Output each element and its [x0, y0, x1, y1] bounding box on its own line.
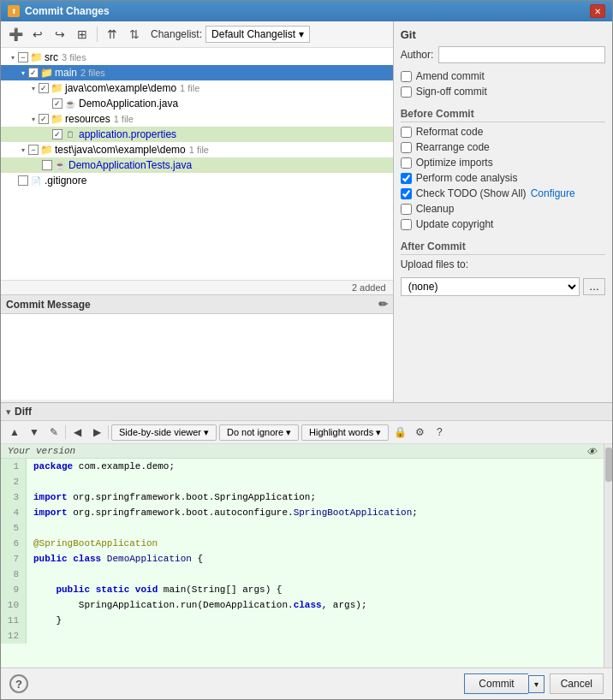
code-line-3: 3 import org.springframework.boot.Spring…: [1, 489, 604, 505]
file-tree: ▾ 📁 src 3 files ▾ 📁 main 2 files: [1, 48, 393, 280]
cleanup-row: Cleanup: [401, 203, 605, 215]
line-num-8: 8: [1, 567, 27, 582]
code-line-1: 1 package com.example.demo;: [1, 459, 604, 474]
line-content-4: import org.springframework.boot.autoconf…: [27, 505, 418, 520]
check-todo-row: Check TODO (Show All) Configure: [401, 187, 605, 199]
perform-checkbox[interactable]: [401, 173, 412, 184]
app-props-checkbox[interactable]: [52, 129, 62, 139]
diff-up-icon[interactable]: ▲: [6, 424, 23, 441]
settings-icon[interactable]: ⚙: [411, 424, 428, 441]
highlight-dropdown[interactable]: Highlight words ▾: [301, 424, 389, 441]
tree-item-test[interactable]: ▾ 📁 test\java\com\example\demo 1 file: [1, 142, 393, 157]
src-count: 3 files: [62, 52, 86, 62]
resources-checkbox[interactable]: [39, 114, 49, 124]
redo-button[interactable]: ↪: [51, 25, 69, 44]
close-button[interactable]: ✕: [590, 4, 605, 18]
test-folder-icon: 📁: [40, 145, 52, 155]
author-input[interactable]: [438, 46, 605, 63]
configure-link[interactable]: Configure: [531, 187, 575, 199]
commit-message-input[interactable]: [1, 314, 393, 400]
add-button[interactable]: ➕: [6, 25, 25, 44]
reformat-checkbox[interactable]: [401, 127, 412, 138]
tree-item-demo-app[interactable]: ▾ ☕ DemoApplication.java: [1, 96, 393, 111]
signoff-commit-label: Sign-off commit: [416, 86, 487, 98]
diff-header: ▾ Diff: [1, 403, 612, 421]
main-checkbox[interactable]: [28, 68, 39, 78]
tree-item-gitignore[interactable]: ▾ 📄 .gitignore: [1, 173, 393, 188]
resources-count: 1 file: [114, 114, 134, 124]
tree-item-app-props[interactable]: ▾ 🗒 application.properties: [1, 127, 393, 142]
dropdown-arrow-icon: ▾: [299, 28, 304, 40]
tree-item-src[interactable]: ▾ 📁 src 3 files: [1, 50, 393, 65]
line-content-12: [27, 628, 39, 644]
perform-row: Perform code analysis: [401, 172, 605, 184]
diff-back-icon[interactable]: ◀: [68, 424, 86, 441]
highlight-label: Highlight words: [309, 427, 373, 437]
java-folder-icon: 📁: [51, 84, 62, 93]
commit-button[interactable]: Commit: [464, 673, 527, 694]
src-checkbox[interactable]: [18, 52, 28, 62]
amend-commit-row: Amend commit: [401, 70, 605, 82]
line-content-3: import org.springframework.boot.SpringAp…: [27, 489, 316, 505]
diff-scrollbar[interactable]: [604, 444, 612, 667]
test-checkbox[interactable]: [28, 145, 39, 155]
upload-dropdown[interactable]: (none): [401, 277, 580, 296]
code-line-11: 11 }: [1, 613, 604, 628]
java-com-checkbox[interactable]: [39, 83, 49, 93]
ignore-dropdown[interactable]: Do not ignore ▾: [219, 424, 299, 441]
git-file-icon: 📄: [30, 175, 42, 187]
expand-arrow-icon: ▾: [28, 83, 39, 93]
added-badge: 2 added: [1, 280, 393, 294]
demo-tests-checkbox[interactable]: [42, 160, 52, 170]
resources-label: resources: [65, 113, 110, 125]
line-content-11: }: [27, 613, 62, 628]
line-num-2: 2: [1, 474, 27, 489]
optimize-label: Optimize imports: [416, 157, 493, 169]
line-num-12: 12: [1, 628, 27, 644]
amend-commit-checkbox[interactable]: [401, 71, 412, 82]
window-icon: ⬆: [8, 5, 20, 17]
viewer-dropdown[interactable]: Side-by-side viewer ▾: [111, 424, 217, 441]
rearrange-checkbox[interactable]: [401, 142, 412, 153]
test-count: 1 file: [189, 145, 209, 155]
tree-item-resources[interactable]: ▾ 📁 resources 1 file: [1, 111, 393, 127]
diff-edit-icon[interactable]: ✎: [45, 424, 62, 441]
update-copyright-checkbox[interactable]: [401, 219, 412, 230]
check-todo-checkbox[interactable]: [401, 188, 412, 199]
cancel-button[interactable]: Cancel: [550, 673, 604, 694]
line-num-3: 3: [1, 489, 27, 505]
undo-button[interactable]: ↩: [28, 25, 47, 44]
help-button[interactable]: ?: [9, 674, 28, 693]
changelist-dropdown[interactable]: Default Changelist ▾: [205, 26, 310, 43]
edit-icon: ✏: [378, 298, 388, 311]
optimize-checkbox[interactable]: [401, 157, 412, 169]
upload-files-label: Upload files to:: [401, 258, 605, 270]
eye-icon[interactable]: 👁: [586, 446, 597, 459]
perform-label: Perform code analysis: [416, 172, 518, 184]
sort-button[interactable]: ⇅: [125, 25, 144, 44]
signoff-commit-checkbox[interactable]: [401, 86, 412, 98]
diff-section: ▾ Diff ▲ ▼ ✎ ◀ ▶ Side-by-side viewer ▾ D…: [1, 402, 612, 667]
help-icon[interactable]: ?: [431, 424, 448, 441]
gitignore-checkbox[interactable]: [18, 175, 28, 186]
tree-item-demo-tests[interactable]: ▾ ☕ DemoApplicationTests.java: [1, 157, 393, 173]
diff-down-icon[interactable]: ▼: [26, 424, 43, 441]
demo-app-checkbox[interactable]: [52, 98, 62, 109]
tree-item-main[interactable]: ▾ 📁 main 2 files: [1, 65, 393, 80]
viewer-arrow-icon: ▾: [204, 427, 209, 438]
lock-icon[interactable]: 🔒: [391, 424, 408, 441]
group-button[interactable]: ⊞: [73, 25, 92, 44]
commit-arrow-button[interactable]: ▾: [528, 675, 545, 693]
gitignore-label: .gitignore: [45, 175, 86, 187]
diff-collapse-icon[interactable]: ▾: [6, 406, 11, 418]
collapse-button[interactable]: ⇈: [103, 25, 122, 44]
diff-forward-icon[interactable]: ▶: [88, 424, 105, 441]
bottom-bar: ? Commit ▾ Cancel: [1, 667, 612, 699]
commit-button-group: Commit ▾: [464, 673, 544, 694]
tree-item-java-com[interactable]: ▾ 📁 java\com\example\demo 1 file: [1, 80, 393, 96]
commit-message-header: Commit Message ✏: [1, 295, 393, 314]
app-props-label: application.properties: [79, 128, 176, 140]
cleanup-checkbox[interactable]: [401, 204, 412, 215]
line-num-1: 1: [1, 459, 27, 474]
upload-more-button[interactable]: …: [583, 278, 605, 295]
